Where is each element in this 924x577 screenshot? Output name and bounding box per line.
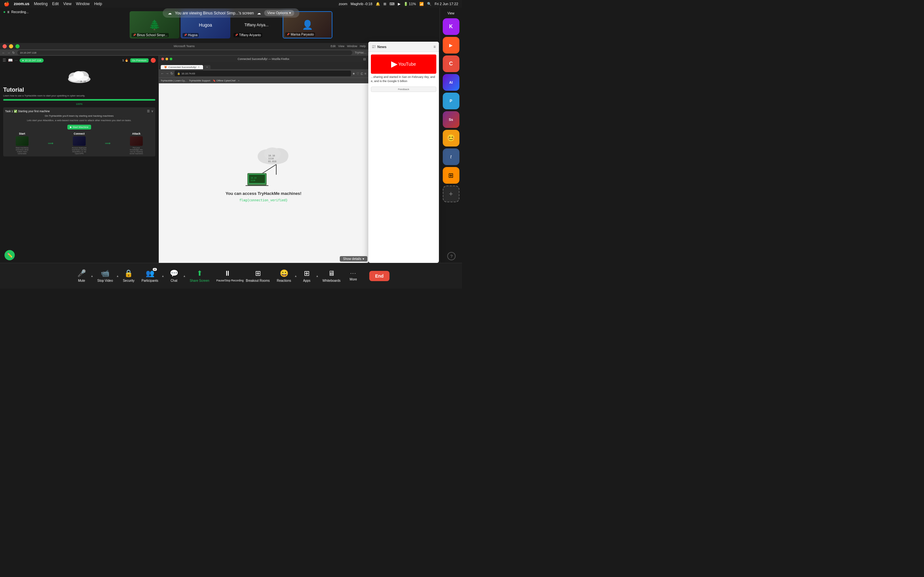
security-button[interactable]: 🔒 Security — [120, 268, 137, 284]
apple-logo[interactable]: 🍎 — [4, 1, 9, 6]
bookmark-2[interactable]: TryHackMe Support — [189, 79, 210, 82]
notification-cloud: ☁ — [168, 11, 172, 15]
video-caret[interactable]: ▲ — [116, 274, 119, 277]
menu-edit[interactable]: Edit — [52, 2, 59, 6]
menu-search[interactable]: 🔍 — [427, 2, 431, 6]
bookmark-1[interactable]: TryHackMe | Learn Cy... — [161, 79, 186, 82]
participants-button[interactable]: 👥 4 Participants — [138, 268, 162, 284]
pause-recording-label: Pause/Stop Recording — [216, 279, 239, 282]
chat-button[interactable]: 💬 Chat — [165, 268, 183, 284]
browser-tabbar: ← → ↻ 10.10.247.118 TryHac... — [0, 49, 368, 56]
bookmark-more[interactable]: » — [238, 79, 239, 82]
thm-step-attack-desc: Put your knowledge into use by hacking w… — [128, 147, 144, 155]
sidebar-add-app-button[interactable]: + — [443, 185, 459, 202]
apps-button[interactable]: ⊞ Apps — [298, 268, 316, 284]
sidebar-app-ai[interactable]: AI — [443, 74, 459, 91]
more-button[interactable]: ··· More — [344, 269, 362, 283]
dot3 — [438, 258, 439, 259]
chat-caret[interactable]: ▲ — [183, 274, 186, 277]
thm-subtitle: Learn how to use a TryHackMe room to sta… — [3, 94, 155, 97]
menu-wifi[interactable]: 📶 — [419, 2, 424, 6]
fx-close-btn[interactable] — [162, 58, 164, 60]
thm-premium-btn[interactable]: Go Premium — [130, 58, 149, 63]
reactions-caret[interactable]: ▲ — [294, 274, 297, 277]
fx-pin-icon[interactable]: ⊏ — [360, 72, 363, 75]
sidebar-app-smile[interactable]: 😊 — [443, 130, 459, 147]
thm-start-machine-button[interactable]: ▶ Start Machine — [67, 125, 91, 129]
menu-meeting[interactable]: Meeting — [34, 2, 48, 6]
mute-caret[interactable]: ▲ — [90, 274, 94, 277]
news-close[interactable]: ≡ — [433, 45, 436, 49]
thm-cloud-svg: 10.10 1110 — [3, 68, 155, 85]
stop-video-button[interactable]: 📹 Stop Video — [94, 268, 116, 284]
sidebar-app-sesh[interactable]: Ss — [443, 111, 459, 128]
tab-close-icon[interactable]: ✕ — [198, 66, 200, 69]
sidebar-app-prezi[interactable]: P — [443, 93, 459, 109]
mute-icon: 🎤 — [78, 269, 86, 277]
fx-nav-refresh[interactable]: ↻ — [170, 71, 173, 76]
fx-url-text: 10.10.74.63 — [182, 72, 195, 75]
thm-task-expand[interactable]: ☰ — [147, 109, 150, 113]
sidebar-app-c[interactable]: C — [443, 55, 459, 72]
breakout-rooms-button[interactable]: ⊞ Breakout Rooms — [242, 268, 273, 284]
thm-task-header: Task 1 ✅ Starting your first machine ☰ ∨ — [5, 109, 153, 113]
menu-play[interactable]: ▶ — [398, 2, 401, 6]
menu-window[interactable]: Window — [76, 2, 90, 6]
teams-edit-menu[interactable]: Edit — [331, 45, 336, 48]
traffic-light-maximize[interactable] — [15, 44, 19, 48]
bookmark-3[interactable]: 🔖 Offline CyberChef — [213, 79, 236, 82]
connection-graphic: 10.10 1110 01.010 10.10 — [231, 144, 296, 186]
participants-caret[interactable]: ▲ — [162, 274, 164, 277]
app-name[interactable]: zoom.us — [14, 2, 29, 6]
whiteboards-button[interactable]: 🖥 Whiteboards — [319, 268, 344, 284]
teams-help-menu[interactable]: Help — [360, 45, 366, 48]
end-button[interactable]: End — [369, 271, 389, 281]
annotation-pencil-button[interactable]: ✏️ — [5, 250, 15, 260]
tab-favicon: 🦊 — [164, 66, 167, 69]
thm-step-connect-desc: Access deployed machines via the AttackB… — [71, 147, 87, 155]
pause-recording-button[interactable]: ⏸ Pause/Stop Recording — [213, 268, 242, 284]
thm-step-start-desc: Start machines and learn what makes them… — [14, 147, 30, 155]
add-tab-icon[interactable]: + — [206, 66, 208, 69]
nav-forward[interactable]: → — [7, 51, 10, 55]
fx-bookmark-icon[interactable]: ★ — [352, 72, 355, 75]
help-button[interactable]: ? — [447, 252, 456, 260]
traffic-light-minimize[interactable] — [9, 44, 13, 48]
floating-more-button[interactable] — [434, 251, 443, 260]
firefox-bookmarks: TryHackMe | Learn Cy... TryHackMe Suppor… — [159, 77, 368, 83]
teams-view-menu[interactable]: View — [338, 45, 344, 48]
thm-count: 1 🔥 — [122, 59, 128, 62]
fx-nav-back[interactable]: ← — [161, 71, 164, 75]
nav-back[interactable]: ← — [2, 51, 5, 55]
fx-max-btn[interactable] — [170, 58, 172, 60]
share-screen-button[interactable]: ⬆ Share Screen — [186, 268, 212, 284]
view-options-button[interactable]: View Options ▾ — [264, 10, 294, 16]
menu-bluetooth[interactable]: ⌨ — [389, 2, 395, 6]
firefox-tab-active[interactable]: 🦊 Connected Successfully! ✕ — [161, 65, 204, 69]
menu-help[interactable]: Help — [94, 2, 102, 6]
sidebar-app-grid[interactable]: ⊞ — [443, 167, 459, 184]
show-details-button[interactable]: Show details ▾ — [340, 256, 367, 261]
firefox-tab-add[interactable]: + — [204, 65, 210, 69]
thm-task-chevron[interactable]: ∨ — [151, 109, 153, 113]
fx-success-text: You can access TryHackMe machines! — [226, 191, 302, 196]
url-bar[interactable]: 10.10.247.118 — [17, 50, 352, 55]
nav-refresh[interactable]: ↻ — [12, 51, 15, 55]
fx-nav-forward[interactable]: → — [166, 71, 169, 75]
menu-view[interactable]: View — [63, 2, 71, 6]
traffic-light-close[interactable] — [3, 44, 7, 48]
thm-task-sub: Lets start your AttackBox, a web-based m… — [5, 119, 153, 122]
feedback-button[interactable]: Feedback — [371, 87, 436, 92]
reactions-button[interactable]: 😀 Reactions — [274, 268, 294, 284]
fx-url-bar[interactable]: 🔒 10.10.74.63 — [174, 71, 351, 76]
apps-caret[interactable]: ▲ — [316, 274, 318, 277]
menu-user: Maghrib -0:18 — [351, 2, 373, 6]
teams-window-menu[interactable]: Window — [347, 45, 357, 48]
fx-min-btn[interactable] — [166, 58, 168, 60]
tryhackme-tab1[interactable]: TryHac... — [355, 51, 367, 54]
fx-menu-icon[interactable]: ≡ — [365, 72, 367, 75]
fx-heart-icon[interactable]: ♡ — [357, 72, 359, 75]
firefox-content: 10.10 1110 01.010 10.10 — [159, 83, 368, 263]
sidebar-app-twine[interactable]: t — [443, 148, 459, 165]
mute-button[interactable]: 🎤 Mute — [73, 268, 90, 284]
